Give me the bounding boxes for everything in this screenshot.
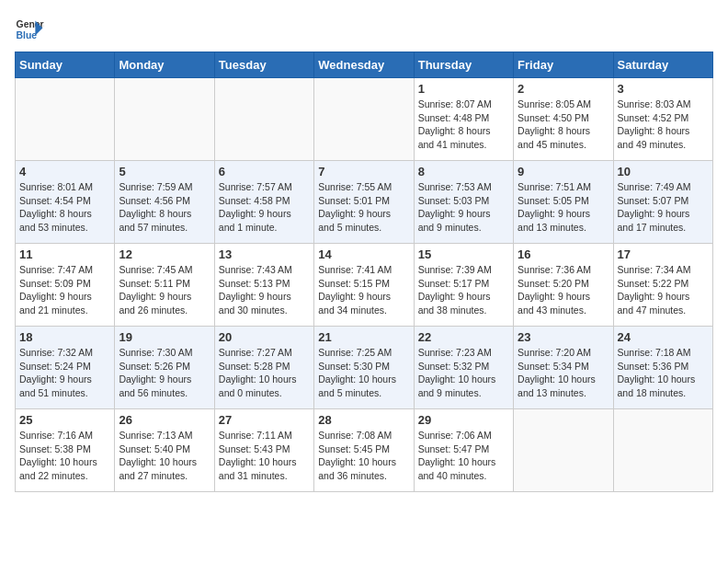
day-number: 14 (318, 247, 409, 261)
day-number: 7 (318, 165, 409, 178)
day-info: Sunrise: 7:51 AM Sunset: 5:05 PM Dayligh… (518, 180, 609, 235)
calendar-cell: 23Sunrise: 7:20 AM Sunset: 5:34 PM Dayli… (514, 327, 613, 409)
calendar-cell: 28Sunrise: 7:08 AM Sunset: 5:45 PM Dayli… (314, 409, 414, 492)
day-info: Sunrise: 8:05 AM Sunset: 4:50 PM Dayligh… (518, 98, 609, 152)
weekday-header: Wednesday (314, 52, 414, 78)
logo-icon: General Blue (15, 15, 44, 44)
calendar-week-row: 1Sunrise: 8:07 AM Sunset: 4:48 PM Daylig… (16, 78, 713, 161)
calendar-table: SundayMondayTuesdayWednesdayThursdayFrid… (15, 52, 713, 492)
day-info: Sunrise: 7:25 AM Sunset: 5:30 PM Dayligh… (318, 346, 409, 400)
calendar-cell: 4Sunrise: 8:01 AM Sunset: 4:54 PM Daylig… (16, 161, 115, 244)
day-info: Sunrise: 7:20 AM Sunset: 5:34 PM Dayligh… (518, 346, 609, 400)
day-number: 27 (219, 413, 310, 427)
calendar-cell: 26Sunrise: 7:13 AM Sunset: 5:40 PM Dayli… (115, 409, 214, 492)
day-info: Sunrise: 7:47 AM Sunset: 5:09 PM Dayligh… (19, 263, 110, 317)
day-number: 26 (119, 413, 210, 427)
calendar-week-row: 18Sunrise: 7:32 AM Sunset: 5:24 PM Dayli… (16, 327, 713, 409)
day-info: Sunrise: 7:36 AM Sunset: 5:20 PM Dayligh… (518, 263, 609, 317)
day-number: 29 (418, 413, 509, 427)
day-info: Sunrise: 7:06 AM Sunset: 5:47 PM Dayligh… (418, 429, 509, 483)
day-info: Sunrise: 7:11 AM Sunset: 5:43 PM Dayligh… (219, 429, 310, 483)
calendar-cell: 27Sunrise: 7:11 AM Sunset: 5:43 PM Dayli… (214, 409, 313, 492)
day-number: 6 (219, 165, 310, 178)
calendar-cell: 16Sunrise: 7:36 AM Sunset: 5:20 PM Dayli… (514, 244, 613, 327)
day-info: Sunrise: 7:23 AM Sunset: 5:32 PM Dayligh… (418, 346, 509, 400)
logo: General Blue (15, 15, 44, 44)
day-info: Sunrise: 7:59 AM Sunset: 4:56 PM Dayligh… (119, 180, 210, 235)
calendar-cell (115, 78, 214, 161)
day-info: Sunrise: 7:13 AM Sunset: 5:40 PM Dayligh… (119, 429, 210, 483)
calendar-cell: 20Sunrise: 7:27 AM Sunset: 5:28 PM Dayli… (214, 327, 313, 409)
calendar-cell: 5Sunrise: 7:59 AM Sunset: 4:56 PM Daylig… (115, 161, 214, 244)
day-info: Sunrise: 7:57 AM Sunset: 4:58 PM Dayligh… (219, 180, 310, 235)
weekday-header: Monday (115, 52, 214, 78)
calendar-cell: 25Sunrise: 7:16 AM Sunset: 5:38 PM Dayli… (16, 409, 115, 492)
day-number: 28 (318, 413, 409, 427)
day-info: Sunrise: 7:39 AM Sunset: 5:17 PM Dayligh… (418, 263, 509, 317)
day-number: 23 (518, 330, 609, 344)
day-info: Sunrise: 8:07 AM Sunset: 4:48 PM Dayligh… (418, 98, 509, 152)
day-number: 3 (618, 82, 709, 96)
day-number: 9 (518, 165, 609, 178)
calendar-cell: 13Sunrise: 7:43 AM Sunset: 5:13 PM Dayli… (214, 244, 313, 327)
day-info: Sunrise: 7:30 AM Sunset: 5:26 PM Dayligh… (119, 346, 210, 400)
day-number: 17 (618, 247, 709, 261)
day-info: Sunrise: 7:34 AM Sunset: 5:22 PM Dayligh… (618, 263, 709, 317)
weekday-header: Sunday (16, 52, 115, 78)
day-info: Sunrise: 7:08 AM Sunset: 5:45 PM Dayligh… (318, 429, 409, 483)
day-number: 25 (19, 413, 110, 427)
calendar-cell: 9Sunrise: 7:51 AM Sunset: 5:05 PM Daylig… (514, 161, 613, 244)
weekday-header: Thursday (414, 52, 513, 78)
day-number: 11 (19, 247, 110, 261)
weekday-header-row: SundayMondayTuesdayWednesdayThursdayFrid… (16, 52, 713, 78)
calendar-cell: 8Sunrise: 7:53 AM Sunset: 5:03 PM Daylig… (414, 161, 513, 244)
day-number: 13 (219, 247, 310, 261)
calendar-cell: 15Sunrise: 7:39 AM Sunset: 5:17 PM Dayli… (414, 244, 513, 327)
day-number: 10 (618, 165, 709, 178)
day-number: 18 (19, 330, 110, 344)
svg-text:Blue: Blue (17, 30, 38, 40)
day-number: 4 (19, 165, 110, 178)
day-number: 15 (418, 247, 509, 261)
calendar-cell: 2Sunrise: 8:05 AM Sunset: 4:50 PM Daylig… (514, 78, 613, 161)
calendar-cell: 12Sunrise: 7:45 AM Sunset: 5:11 PM Dayli… (115, 244, 214, 327)
page-header: General Blue (15, 15, 713, 44)
weekday-header: Saturday (613, 52, 712, 78)
day-number: 22 (418, 330, 509, 344)
day-number: 21 (318, 330, 409, 344)
day-info: Sunrise: 7:41 AM Sunset: 5:15 PM Dayligh… (318, 263, 409, 317)
day-info: Sunrise: 7:53 AM Sunset: 5:03 PM Dayligh… (418, 180, 509, 235)
day-info: Sunrise: 7:49 AM Sunset: 5:07 PM Dayligh… (618, 180, 709, 235)
day-info: Sunrise: 8:01 AM Sunset: 4:54 PM Dayligh… (19, 180, 110, 235)
day-number: 8 (418, 165, 509, 178)
day-info: Sunrise: 7:43 AM Sunset: 5:13 PM Dayligh… (219, 263, 310, 317)
day-info: Sunrise: 7:27 AM Sunset: 5:28 PM Dayligh… (219, 346, 310, 400)
day-number: 2 (518, 82, 609, 96)
calendar-cell: 7Sunrise: 7:55 AM Sunset: 5:01 PM Daylig… (314, 161, 414, 244)
day-info: Sunrise: 7:55 AM Sunset: 5:01 PM Dayligh… (318, 180, 409, 235)
calendar-cell (214, 78, 313, 161)
calendar-cell: 11Sunrise: 7:47 AM Sunset: 5:09 PM Dayli… (16, 244, 115, 327)
weekday-header: Friday (514, 52, 613, 78)
calendar-cell: 3Sunrise: 8:03 AM Sunset: 4:52 PM Daylig… (613, 78, 712, 161)
day-number: 24 (618, 330, 709, 344)
calendar-cell: 17Sunrise: 7:34 AM Sunset: 5:22 PM Dayli… (613, 244, 712, 327)
calendar-cell: 6Sunrise: 7:57 AM Sunset: 4:58 PM Daylig… (214, 161, 313, 244)
calendar-week-row: 4Sunrise: 8:01 AM Sunset: 4:54 PM Daylig… (16, 161, 713, 244)
day-info: Sunrise: 7:16 AM Sunset: 5:38 PM Dayligh… (19, 429, 110, 483)
day-number: 16 (518, 247, 609, 261)
day-info: Sunrise: 7:32 AM Sunset: 5:24 PM Dayligh… (19, 346, 110, 400)
weekday-header: Tuesday (214, 52, 313, 78)
calendar-cell: 10Sunrise: 7:49 AM Sunset: 5:07 PM Dayli… (613, 161, 712, 244)
calendar-cell: 21Sunrise: 7:25 AM Sunset: 5:30 PM Dayli… (314, 327, 414, 409)
day-number: 20 (219, 330, 310, 344)
day-number: 12 (119, 247, 210, 261)
calendar-cell: 24Sunrise: 7:18 AM Sunset: 5:36 PM Dayli… (613, 327, 712, 409)
calendar-cell: 29Sunrise: 7:06 AM Sunset: 5:47 PM Dayli… (414, 409, 513, 492)
calendar-cell: 1Sunrise: 8:07 AM Sunset: 4:48 PM Daylig… (414, 78, 513, 161)
calendar-cell: 22Sunrise: 7:23 AM Sunset: 5:32 PM Dayli… (414, 327, 513, 409)
day-number: 5 (119, 165, 210, 178)
calendar-week-row: 11Sunrise: 7:47 AM Sunset: 5:09 PM Dayli… (16, 244, 713, 327)
calendar-cell (613, 409, 712, 492)
calendar-cell (16, 78, 115, 161)
